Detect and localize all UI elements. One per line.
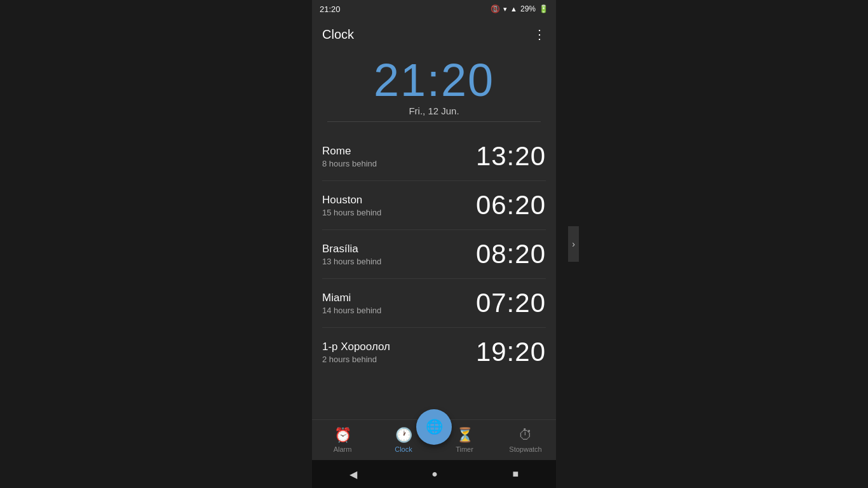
clock-nav-label: Clock [395,445,412,453]
globe-icon: 🌐 [426,419,443,435]
stopwatch-nav-icon: ⏱ [519,427,532,444]
status-bar: 21:20 📵 ▾ ▲ 29% 🔋 [312,0,556,18]
city-time: 06:20 [476,190,546,220]
chevron-right-icon: › [572,239,575,249]
clock-nav-icon: 🕐 [395,427,412,444]
home-button[interactable]: ● [431,468,438,480]
city-info: Brasília 13 hours behind [322,243,381,266]
alarm-nav-label: Alarm [334,445,352,453]
city-info: 1-р Хороолол 2 hours behind [322,341,390,364]
city-time: 13:20 [476,141,546,172]
city-name: Miami [322,292,381,304]
add-city-button[interactable]: 🌐 [416,409,452,445]
timer-nav-icon: ⏳ [456,427,473,444]
city-name: Brasília [322,243,381,255]
clock-item[interactable]: Rome 8 hours behind 13:20 [322,132,546,181]
city-info: Houston 15 hours behind [322,194,381,217]
hours-behind: 13 hours behind [322,257,381,266]
city-name: Houston [322,194,381,207]
signal-icon: ▲ [510,5,517,13]
main-time-display: 21:20 [374,57,494,103]
section-divider [327,121,541,122]
hours-behind: 15 hours behind [322,208,381,217]
clock-item[interactable]: 1-р Хороолол 2 hours behind 19:20 [322,328,546,376]
city-info: Rome 8 hours behind [322,145,377,168]
city-name: Rome [322,145,377,158]
app-title: Clock [322,27,354,42]
city-time: 08:20 [476,239,546,269]
nav-item-stopwatch[interactable]: ⏱ Stopwatch [503,427,548,453]
alarm-nav-icon: ⏰ [334,427,351,444]
fab-container: 🌐 [416,409,452,445]
city-info: Miami 14 hours behind [322,292,381,315]
wifi-icon: ▾ [503,5,507,13]
city-time: 07:20 [476,288,546,318]
nav-item-alarm[interactable]: ⏰ Alarm [320,427,365,453]
more-options-button[interactable]: ⋮ [533,27,546,42]
hours-behind: 8 hours behind [322,159,377,168]
recent-button[interactable]: ■ [513,468,519,480]
city-time: 19:20 [476,337,546,367]
call-icon: 📵 [491,4,500,13]
stopwatch-nav-label: Stopwatch [509,445,541,453]
world-clocks-list: Rome 8 hours behind 13:20 Houston 15 hou… [312,132,556,419]
hours-behind: 2 hours behind [322,355,390,364]
battery-percent: 29% [520,4,536,13]
city-name: 1-р Хороолол [322,341,390,353]
phone-container: 21:20 📵 ▾ ▲ 29% 🔋 Clock ⋮ 21:20 Fri., 12… [312,0,556,488]
app-bar: Clock ⋮ [312,18,556,51]
clock-item[interactable]: Houston 15 hours behind 06:20 [322,181,546,230]
hours-behind: 14 hours behind [322,306,381,315]
status-icons: 📵 ▾ ▲ 29% 🔋 [491,4,548,13]
main-clock-section: 21:20 Fri., 12 Jun. [312,51,556,132]
timer-nav-label: Timer [456,445,473,453]
clock-item[interactable]: Brasília 13 hours behind 08:20 [322,230,546,279]
back-button[interactable]: ◀ [349,468,357,480]
battery-icon: 🔋 [539,4,548,13]
status-time: 21:20 [320,4,341,14]
clock-item[interactable]: Miami 14 hours behind 07:20 [322,279,546,328]
system-nav: ◀ ● ■ [312,460,556,488]
right-panel-arrow[interactable]: › [568,226,579,262]
main-date-display: Fri., 12 Jun. [409,105,459,116]
